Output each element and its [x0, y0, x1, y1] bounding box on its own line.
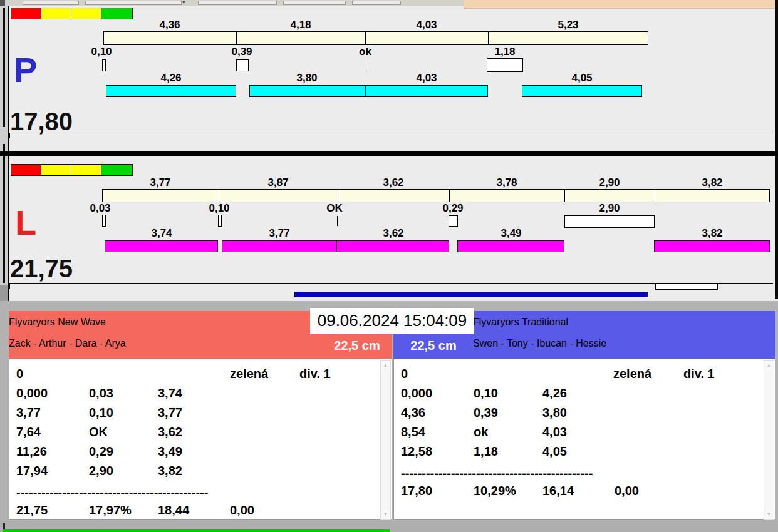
cell: 4,36 [401, 406, 425, 419]
panel-right-scrollbar[interactable]: ▲ ▼ [764, 360, 774, 520]
p-bottom-bar-segment [249, 85, 366, 97]
l-bottom-segment-label: 3,82 [693, 228, 731, 238]
l-marker-line [337, 216, 338, 226]
cell-division: div. 1 [683, 367, 715, 380]
datetime-box: 09.06.2024 15:04:09 [310, 308, 474, 334]
section-divider [0, 151, 778, 156]
p-lane-letter: P [14, 53, 37, 88]
status-box-yellow-2 [71, 164, 101, 176]
panel-left-scrollbar[interactable]: ▲ ▼ [380, 360, 391, 520]
cell: 11,26 [16, 445, 47, 458]
p-top-bar-segment [365, 31, 489, 45]
l-top-bar-segment [655, 189, 770, 202]
cell-division: div. 1 [299, 367, 331, 380]
cell: 3,74 [158, 387, 182, 399]
cell: 0,10 [474, 387, 498, 399]
p-marker-box [102, 59, 106, 71]
cell-total: 21,75 [16, 504, 48, 516]
l-lane-letter: L [15, 205, 36, 240]
scroll-down-button[interactable]: ▼ [764, 509, 774, 519]
section-l: 3,77 3,87 3,62 3,78 2,90 3,82 0,03 0,10 … [0, 156, 778, 285]
cell: 0,39 [474, 406, 498, 419]
p-marker-label: 0,39 [223, 46, 261, 57]
progress-bar-green [3, 529, 390, 532]
panel-right-team: Swen - Tony - Ibucan - Hessie [473, 338, 775, 349]
app-window: ▾ 4,36 4,18 4,03 5,23 0,10 0,39 ok 1,18 [0, 0, 778, 532]
strip-left-mark [3, 523, 5, 529]
l-marker-box [449, 215, 458, 227]
l-bottom-bar-segment [654, 240, 770, 252]
cell: 3,80 [542, 406, 567, 419]
p-top-segment-label: 4,36 [151, 19, 189, 30]
status-box-red [11, 164, 41, 176]
toolbar-segment [198, 1, 277, 5]
table-row: 12,58 1,18 4,05 [394, 445, 775, 460]
outline-box [655, 283, 718, 290]
cell: 1,18 [474, 445, 498, 458]
cell-color: zelená [230, 367, 268, 380]
table-row: 11,26 0,29 3,49 [9, 445, 392, 460]
cell-corrected: 18,44 [158, 504, 189, 516]
panel-right-body[interactable]: 0 zelená div. 1 0,000 0,10 4,26 4,36 0,3… [393, 359, 775, 520]
p-lane-total: 17,80 [10, 109, 73, 134]
p-top-bar-segment [488, 31, 648, 45]
table-totals-row: 21,75 17,97% 18,44 0,00 [9, 504, 392, 519]
cell: 2,90 [89, 464, 113, 477]
cell: 0,000 [16, 387, 48, 399]
status-box-yellow-1 [41, 8, 71, 19]
toolbar-segment [283, 1, 346, 5]
scroll-down-button[interactable]: ▼ [381, 509, 390, 519]
table-separator: ----------------------------------------… [9, 486, 392, 501]
status-box-yellow-1 [41, 164, 71, 176]
status-box-yellow-2 [71, 8, 101, 19]
panel-left-body[interactable]: 0 zelená div. 1 0,000 0,03 3,74 3,77 0,1… [9, 359, 392, 520]
cell: 3,77 [158, 406, 182, 419]
separator-dashes: ----------------------------------------… [401, 467, 593, 479]
p-top-segment-label: 4,18 [282, 19, 319, 30]
l-marker-label: OK [316, 203, 353, 213]
p-bottom-segment-label: 4,03 [408, 73, 445, 83]
table-row: 8,54 ok 4,03 [394, 426, 775, 441]
l-bottom-segment-label: 3,77 [261, 228, 298, 238]
l-top-bar-segment [219, 189, 338, 202]
l-top-bar-segment [102, 189, 219, 202]
l-marker-label: 2,90 [591, 203, 628, 213]
cell: 3,49 [158, 445, 182, 458]
scroll-up-button[interactable]: ▲ [764, 361, 774, 371]
table-row: 0 zelená div. 1 [394, 367, 775, 382]
l-top-bar-segment [338, 189, 450, 202]
p-bottom-bar-segment [522, 85, 642, 97]
cell: ok [474, 426, 488, 438]
cell-percent: 17,97% [89, 504, 132, 516]
l-bottom-bar-segment [105, 240, 218, 252]
dropdown-caret-icon: ▾ [182, 0, 185, 5]
cell-corrected: 16,14 [542, 484, 574, 497]
l-bottom-segment-label: 3,49 [492, 228, 530, 238]
cell-percent: 10,29% [474, 484, 516, 497]
l-bottom-bar-segment [336, 240, 449, 252]
p-bottom-segment-label: 4,26 [152, 73, 190, 83]
top-toolbar-strip: ▾ [8, 0, 464, 6]
l-top-bar-segment [564, 189, 655, 202]
cell-start: 0 [401, 367, 408, 380]
l-marker-box [218, 215, 222, 227]
p-top-segment-label: 5,23 [549, 19, 587, 30]
p-top-segment-label: 4,03 [408, 19, 445, 30]
gutter-corner-mark [0, 0, 5, 6]
l-top-segment-label: 3,78 [488, 177, 526, 188]
panel-left-title: Flyvaryors New Wave [9, 317, 310, 328]
cell: OK [89, 426, 108, 438]
cell-penalty: 0,00 [615, 484, 639, 497]
scroll-up-button[interactable]: ▲ [381, 361, 390, 371]
table-row: 4,36 0,39 3,80 [394, 406, 775, 421]
table-row: 7,64 OK 3,62 [9, 426, 392, 441]
l-marker-label: 0,03 [81, 203, 119, 213]
l-marker-box [102, 215, 106, 227]
l-bottom-segment-label: 3,62 [375, 228, 412, 238]
cell: 0,29 [89, 445, 113, 458]
cell: 8,54 [401, 426, 425, 438]
panel-left-distance: 22,5 cm [322, 339, 392, 352]
cell: 17,94 [16, 464, 48, 477]
l-marker-label: 0,29 [434, 203, 472, 213]
l-lane-total: 21,75 [10, 256, 73, 281]
